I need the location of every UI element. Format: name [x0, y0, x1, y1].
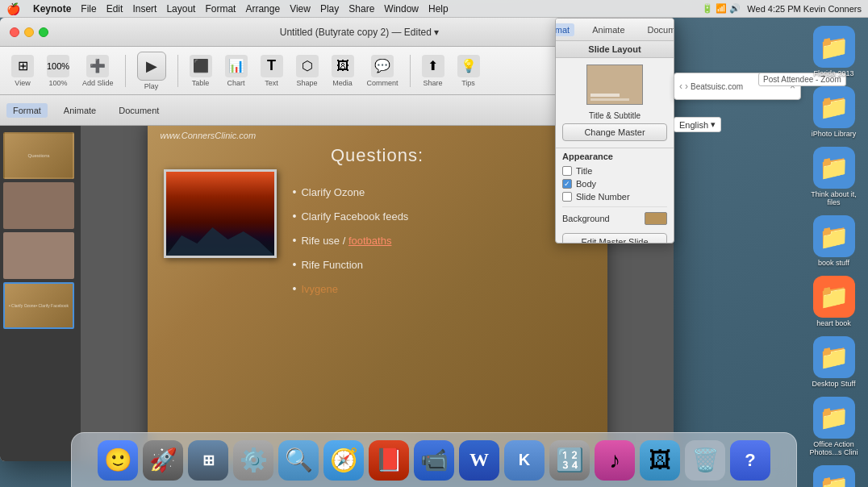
- play-icon[interactable]: ▶: [137, 52, 166, 81]
- heartbook-icon: 📁: [813, 276, 855, 318]
- chart-tool[interactable]: 📊 Chart: [220, 52, 252, 90]
- bookstuff-icon: 📁: [813, 215, 855, 257]
- text-tool[interactable]: T Text: [256, 52, 288, 90]
- dock: 🙂 🚀 ⊞ ⚙️ 🔍 🧭 📕 📹 W K 🔢 ♪ 🖼 🗑️ ?: [71, 432, 797, 487]
- slide-canvas[interactable]: www.ConnersClinic.com Questions:: [148, 126, 607, 461]
- slide-thumb-2[interactable]: 2: [3, 182, 74, 229]
- share-label: Share: [424, 79, 443, 87]
- slide-number-checkbox[interactable]: [562, 192, 572, 202]
- dock-zoom[interactable]: 📹: [414, 440, 454, 481]
- dock-finder[interactable]: 🙂: [98, 440, 138, 481]
- background-color-swatch[interactable]: [645, 212, 667, 225]
- desktop-icon-desktopstuff[interactable]: 📁 Desktop Stuff: [803, 335, 865, 390]
- dock-mission-control[interactable]: ⊞: [188, 440, 228, 481]
- edit-master-button[interactable]: Edit Master Slide: [562, 233, 667, 244]
- share-tool[interactable]: ⬆ Share: [417, 52, 449, 90]
- dock-word[interactable]: W: [459, 440, 499, 481]
- dock-launchpad[interactable]: 🚀: [143, 440, 183, 481]
- close-button[interactable]: [10, 27, 19, 37]
- desktop-icon-shots[interactable]: 📁 shots - ...rs Clinic: [803, 464, 865, 487]
- bullet-4-text: Rife Function: [301, 259, 363, 271]
- slide-thumb-1[interactable]: 1 Questions: [3, 132, 74, 179]
- menu-insert[interactable]: Insert: [132, 3, 156, 15]
- tips-tool[interactable]: 💡 Tips: [453, 52, 485, 90]
- comment-tool[interactable]: 💬 Comment: [362, 52, 403, 90]
- tips-icon: 💡: [457, 55, 480, 77]
- menu-file[interactable]: File: [81, 3, 96, 15]
- bullet-2: Clarify Facebook feeds: [293, 210, 591, 223]
- play-tool[interactable]: ▶ Play: [132, 48, 171, 94]
- dock-system-prefs[interactable]: ⚙️: [233, 440, 273, 481]
- bullet-1-text: Clarify Ozone: [301, 186, 365, 198]
- zoom-tool[interactable]: 100% 100%: [42, 52, 74, 90]
- slide-image[interactable]: [164, 169, 277, 258]
- desktop-icon-iphoto[interactable]: 📁 iPhoto Library: [803, 85, 865, 140]
- shape-tool[interactable]: ⬡ Shape: [291, 52, 323, 90]
- add-slide-tool[interactable]: ➕ Add Slide: [77, 52, 119, 90]
- media-label: Media: [332, 79, 353, 87]
- minimize-button[interactable]: [24, 27, 34, 37]
- slide-title[interactable]: Questions:: [148, 145, 607, 166]
- slide-thumb-3[interactable]: 3: [3, 232, 74, 279]
- slide-thumb-4[interactable]: 4 • Clarify Ozone • Clarify Facebook: [3, 282, 74, 329]
- desktop-icon-florida[interactable]: 📁 Florida 2013: [803, 24, 865, 80]
- desktop-icon-office[interactable]: 📁 Office Action Photos...s Clini: [803, 395, 865, 460]
- dock-acrobat[interactable]: 📕: [369, 440, 409, 481]
- apple-menu[interactable]: 🍎: [6, 2, 20, 15]
- bullet-5-text: Ivygene: [301, 283, 338, 295]
- media-tool[interactable]: 🖼 Media: [327, 52, 359, 90]
- bullet-3: Rife use / footbaths: [293, 234, 591, 247]
- desktop-icon-bookstuff[interactable]: 📁 book stuff: [803, 214, 865, 269]
- dock-trash[interactable]: 🗑️: [685, 440, 725, 481]
- dock-calculator[interactable]: 🔢: [549, 440, 590, 481]
- format-tab[interactable]: Format: [6, 103, 48, 118]
- desktop-icons: 📁 Florida 2013 📁 iPhoto Library 📁 Think …: [799, 18, 868, 485]
- desktop-icon-think[interactable]: 📁 Think about it, files: [803, 145, 865, 210]
- document-tab[interactable]: Document: [112, 103, 165, 118]
- dock-search[interactable]: 🔍: [278, 440, 319, 481]
- footbaths-link[interactable]: footbaths: [348, 235, 392, 247]
- menu-format[interactable]: Format: [205, 3, 236, 15]
- heartbook-icon-label: heart book: [816, 319, 851, 328]
- body-checkbox[interactable]: ✓: [562, 179, 572, 189]
- fullscreen-button[interactable]: [39, 27, 48, 37]
- browser-back-btn[interactable]: ‹: [679, 81, 682, 92]
- comment-icon: 💬: [371, 55, 394, 77]
- menu-arrange[interactable]: Arrange: [245, 3, 280, 15]
- browser-forward-btn[interactable]: ›: [685, 81, 688, 92]
- bullet-3-text: Rife use / footbaths: [301, 235, 391, 247]
- desktop-icon-heartbook[interactable]: 📁 heart book: [803, 274, 865, 330]
- layout-name: Title & Subtitle: [556, 111, 674, 120]
- panel-document-tab[interactable]: Document: [643, 23, 674, 36]
- menu-view[interactable]: View: [290, 3, 311, 15]
- svg-marker-0: [166, 227, 274, 256]
- panel-title: Slide Layout: [556, 41, 674, 58]
- app-name[interactable]: Keynote: [33, 3, 71, 15]
- view-tool[interactable]: ⊞ View: [6, 52, 39, 90]
- panel-animate-tab[interactable]: Animate: [587, 23, 629, 36]
- menu-play[interactable]: Play: [320, 3, 339, 15]
- zoom-label: 100%: [48, 79, 67, 87]
- menu-share[interactable]: Share: [348, 3, 374, 15]
- title-checkbox[interactable]: [562, 166, 572, 176]
- title-checkbox-row: Title: [562, 166, 667, 176]
- table-tool[interactable]: ⬛ Table: [185, 52, 217, 90]
- panel-format-tab[interactable]: Format: [555, 23, 574, 36]
- office-icon: 📁: [813, 397, 855, 439]
- language-selector[interactable]: English ▾: [674, 117, 721, 132]
- media-icon: 🖼: [332, 55, 354, 77]
- menu-edit[interactable]: Edit: [106, 3, 123, 15]
- dock-photos[interactable]: 🖼: [640, 440, 680, 481]
- dock-safari[interactable]: 🧭: [323, 440, 364, 481]
- menu-help[interactable]: Help: [428, 3, 449, 15]
- dock-keynote[interactable]: K: [504, 440, 545, 481]
- appearance-section: Appearance Title ✓ Body Slide Number Bac…: [556, 148, 674, 228]
- dock-help[interactable]: ?: [730, 440, 770, 481]
- panel-toolbar: Format Animate Document: [556, 19, 674, 41]
- menu-window[interactable]: Window: [384, 3, 419, 15]
- change-master-button[interactable]: Change Master: [562, 123, 667, 141]
- animate-tab[interactable]: Animate: [57, 103, 102, 118]
- dock-itunes[interactable]: ♪: [595, 440, 635, 481]
- menu-layout[interactable]: Layout: [166, 3, 195, 15]
- title-checkbox-label: Title: [576, 166, 592, 176]
